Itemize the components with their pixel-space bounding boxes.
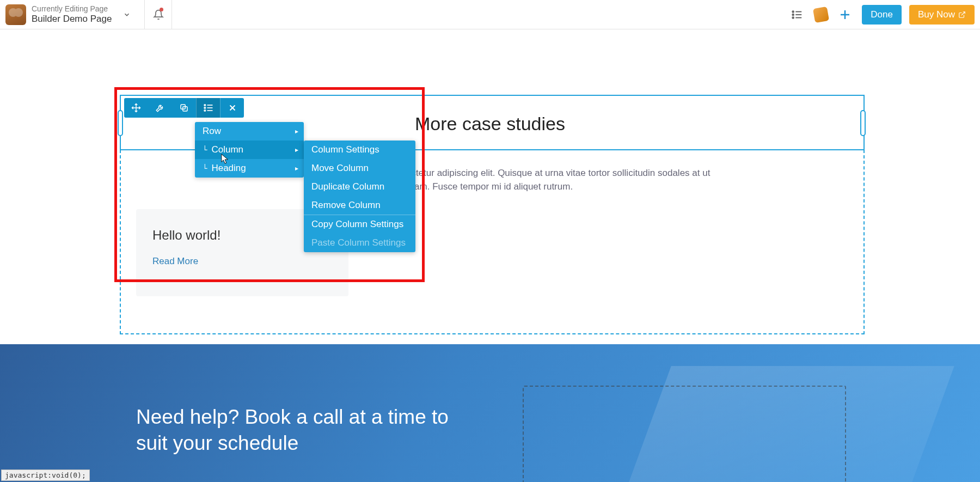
- cta-section: Need help? Book a call at a time to suit…: [0, 344, 980, 482]
- duplicate-icon[interactable]: [172, 98, 196, 118]
- menu-item-move-column[interactable]: Move Column: [304, 159, 415, 178]
- menu-item-copy-column-settings[interactable]: Copy Column Settings: [304, 215, 415, 234]
- outline-tree-menu: Row └Column └Heading: [195, 122, 304, 178]
- outline-panel-button[interactable]: [788, 5, 806, 24]
- sticker-icon[interactable]: [813, 6, 829, 22]
- buy-now-button[interactable]: Buy Now: [909, 5, 975, 25]
- browser-status-bar: javascript:void(0);: [1, 469, 90, 481]
- app-logo: [5, 4, 26, 25]
- menu-item-remove-column[interactable]: Remove Column: [304, 196, 415, 215]
- buy-now-label: Buy Now: [918, 9, 955, 20]
- menu-item-heading[interactable]: └Heading: [195, 159, 304, 178]
- cta-heading: Need help? Book a call at a time to suit…: [136, 404, 485, 456]
- menu-item-row[interactable]: Row: [195, 122, 304, 141]
- svg-line-8: [961, 11, 965, 15]
- settings-wrench-icon[interactable]: [148, 98, 172, 118]
- menu-item-column-settings[interactable]: Column Settings: [304, 141, 415, 159]
- top-bar-right: Done Buy Now: [788, 0, 975, 29]
- notifications-button[interactable]: [145, 0, 172, 29]
- svg-point-4: [793, 14, 794, 15]
- top-bar-left: Currently Editing Page Builder Demo Page: [0, 0, 172, 29]
- editing-label: Currently Editing Page: [32, 4, 112, 14]
- add-content-button[interactable]: [836, 5, 854, 24]
- media-placeholder[interactable]: [523, 386, 846, 482]
- menu-item-paste-column-settings: Paste Column Settings: [304, 234, 415, 252]
- menu-item-column[interactable]: └Column: [195, 141, 304, 159]
- chevron-down-icon[interactable]: [117, 11, 137, 19]
- svg-point-16: [204, 105, 206, 106]
- page-title: Builder Demo Page: [32, 14, 112, 25]
- column-actions-menu: Column Settings Move Column Duplicate Co…: [304, 141, 415, 252]
- column-toolbar: [124, 98, 244, 118]
- move-handle-icon[interactable]: [124, 98, 148, 118]
- page-info: Currently Editing Page Builder Demo Page: [32, 4, 112, 25]
- done-button[interactable]: Done: [862, 5, 902, 25]
- outline-tree-icon[interactable]: [196, 98, 220, 118]
- svg-point-17: [204, 107, 206, 109]
- svg-point-18: [204, 110, 206, 112]
- svg-point-3: [793, 11, 794, 13]
- top-bar: Currently Editing Page Builder Demo Page…: [0, 0, 980, 29]
- external-link-icon: [958, 11, 966, 19]
- page-selector[interactable]: Currently Editing Page Builder Demo Page: [0, 0, 145, 29]
- read-more-link[interactable]: Read More: [152, 256, 198, 266]
- done-button-label: Done: [871, 9, 893, 20]
- close-icon[interactable]: [220, 98, 244, 118]
- menu-item-duplicate-column[interactable]: Duplicate Column: [304, 178, 415, 196]
- svg-point-5: [793, 17, 794, 19]
